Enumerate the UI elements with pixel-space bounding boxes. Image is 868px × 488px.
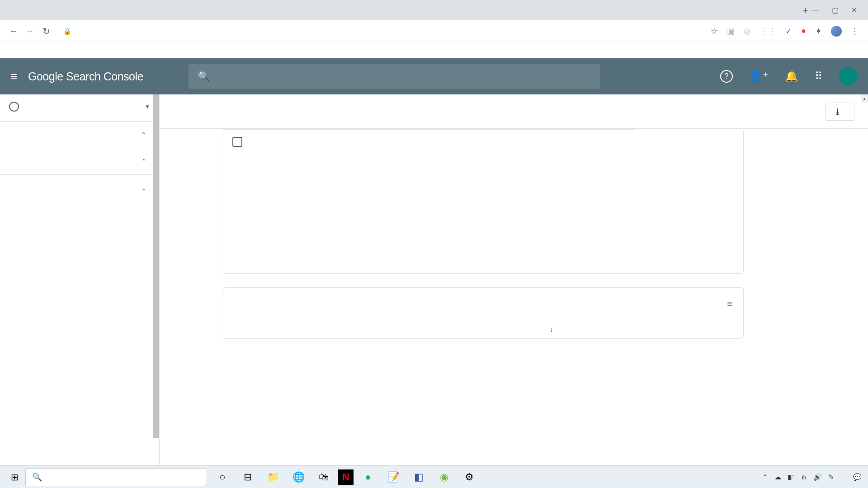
download-icon: ⭳: [834, 108, 841, 116]
section-enhancements[interactable]: ⌃: [0, 150, 159, 173]
sidebar: ▼ ⌃ ⌃ ⌄: [0, 94, 160, 465]
explorer-icon[interactable]: 📁: [262, 468, 284, 487]
chevron-down-icon: ▼: [145, 103, 150, 110]
action-center-icon[interactable]: 💬: [853, 473, 862, 481]
star-icon[interactable]: ☆: [711, 26, 718, 36]
filter-icon[interactable]: ≡: [727, 299, 732, 309]
chart-card: [223, 130, 744, 274]
sidebar-scrollbar[interactable]: [153, 94, 159, 438]
store-icon[interactable]: 🛍: [313, 468, 335, 487]
app-icon-2[interactable]: ◉: [433, 468, 455, 487]
col-type[interactable]: [302, 325, 546, 333]
chrome-menu-icon[interactable]: ⋮: [851, 26, 859, 36]
chrome-icon[interactable]: 🌐: [288, 468, 309, 487]
settings-icon[interactable]: ⚙: [458, 468, 480, 487]
browser-tab-strip: + — ▢ ✕: [0, 0, 868, 20]
window-controls: — ▢ ✕: [812, 6, 864, 14]
chevron-up-icon: ⌃: [141, 158, 146, 165]
ext-icon-1[interactable]: ▣: [727, 26, 735, 36]
cortana-icon[interactable]: ○: [212, 468, 233, 487]
taskview-icon[interactable]: ⊟: [237, 468, 259, 487]
url-field[interactable]: 🔒: [63, 28, 706, 35]
col-validation[interactable]: ↓: [546, 325, 627, 333]
ext-icon-4[interactable]: ✓: [785, 26, 792, 36]
close-window-button[interactable]: ✕: [851, 6, 857, 14]
main-content: ⭳ ≡: [160, 94, 868, 465]
property-selector[interactable]: ▼: [0, 94, 159, 119]
account-avatar[interactable]: [839, 67, 857, 85]
col-pages[interactable]: [713, 325, 732, 333]
tray-chevron-icon[interactable]: ⌃: [762, 473, 768, 481]
help-icon[interactable]: ?: [720, 70, 733, 83]
ext-icon-5[interactable]: ●: [801, 26, 806, 36]
app-icon-1[interactable]: ◧: [408, 468, 429, 487]
ext-icon-3[interactable]: ⋮⋮: [760, 26, 776, 36]
impressions-toggle[interactable]: [232, 137, 734, 147]
search-icon: 🔍: [32, 472, 42, 482]
profile-avatar[interactable]: [831, 26, 842, 37]
extensions-icon[interactable]: ✦: [815, 26, 822, 36]
address-bar: ← → ↻ 🔒 ☆ ▣ ◎ ⋮⋮ ✓ ● ✦ ⋮: [0, 20, 868, 42]
lock-icon: 🔒: [63, 28, 71, 35]
content-scrollbar[interactable]: ▲: [861, 94, 868, 465]
notifications-icon[interactable]: 🔔: [785, 70, 798, 83]
windows-taskbar: ⊞ 🔍 ○ ⊟ 📁 🌐 🛍 N ● 📝 ◧ ◉ ⚙ ⌃ ☁ ▮▯ ⋔ 🔊 ✎ 💬: [0, 465, 868, 488]
col-trend[interactable]: [627, 325, 713, 333]
export-button[interactable]: ⭳: [826, 103, 854, 121]
app-header: ≡ Google Search Console 🔍 ? 👤⁺ 🔔 ⠿: [0, 58, 868, 94]
details-card: ≡ ↓: [223, 287, 744, 339]
netflix-icon[interactable]: N: [338, 469, 354, 485]
reload-button[interactable]: ↻: [38, 23, 54, 39]
wifi-icon[interactable]: ⋔: [801, 473, 807, 481]
apps-grid-icon[interactable]: ⠿: [815, 70, 823, 83]
start-button[interactable]: ⊞: [4, 468, 25, 486]
menu-icon[interactable]: ≡: [11, 70, 17, 83]
chevron-up-icon: ⌃: [141, 131, 146, 138]
url-inspect-search[interactable]: 🔍: [189, 64, 600, 89]
section-index[interactable]: ⌃: [0, 123, 159, 146]
taskbar-search[interactable]: 🔍: [25, 468, 206, 486]
chevron-down-icon: ⌄: [141, 184, 146, 192]
spotify-icon[interactable]: ●: [357, 468, 379, 487]
coverage-chart: [232, 154, 734, 263]
sort-down-icon: ↓: [550, 325, 553, 333]
ext-icon-2[interactable]: ◎: [744, 26, 751, 36]
battery-icon[interactable]: ▮▯: [788, 473, 795, 481]
app-logo: Google Search Console: [28, 70, 143, 83]
table-header: ↓: [234, 320, 732, 338]
new-tab-button[interactable]: +: [799, 5, 812, 16]
onedrive-icon[interactable]: ☁: [774, 473, 781, 481]
forward-button[interactable]: →: [22, 23, 38, 39]
volume-icon[interactable]: 🔊: [813, 473, 822, 481]
users-icon[interactable]: 👤⁺: [749, 70, 769, 83]
checkbox-icon: [232, 137, 242, 147]
back-button[interactable]: ←: [5, 23, 22, 39]
taskbar-apps: ○ ⊟ 📁 🌐 🛍 N ● 📝 ◧ ◉ ⚙: [212, 468, 480, 487]
minimize-button[interactable]: —: [812, 6, 819, 14]
input-icon[interactable]: ✎: [828, 473, 834, 481]
notes-icon[interactable]: 📝: [382, 468, 404, 487]
section-security[interactable]: ⌄: [0, 177, 159, 199]
search-icon: 🔍: [198, 70, 210, 82]
globe-icon: [9, 102, 19, 112]
bookmarks-bar: [0, 42, 868, 58]
maximize-button[interactable]: ▢: [832, 6, 839, 14]
col-status[interactable]: [234, 325, 302, 333]
